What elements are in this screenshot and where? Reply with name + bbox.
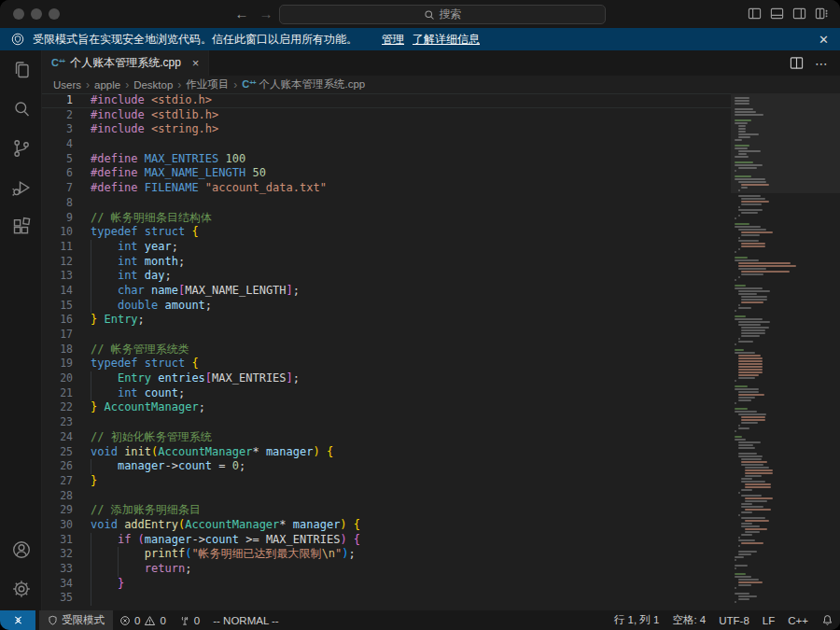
code-line[interactable]: 10typedef struct { [42,225,731,240]
sidebar-item-run-and-debug[interactable] [0,168,42,207]
code-line[interactable]: 12 int month; [42,255,731,270]
traffic-light-minimize[interactable] [31,8,42,20]
notifications-bell[interactable] [815,610,840,630]
code-line[interactable]: 31 if (manager->count >= MAX_ENTRIES) { [42,533,731,548]
manage-link[interactable]: 管理 [382,32,404,48]
command-center-search[interactable]: 搜索 [279,5,606,24]
code-line[interactable]: 33 return; [42,562,731,577]
code-line[interactable]: 29// 添加账务明细条目 [42,503,731,518]
more-actions-icon[interactable]: ⋯ [815,56,829,71]
toggle-primary-sidebar-icon[interactable] [748,7,762,21]
minimap-row [738,355,761,357]
shield-icon [48,615,58,625]
code-line[interactable]: 16} Entry; [42,313,731,328]
line-number: 2 [42,108,73,123]
manage-button[interactable] [0,569,42,609]
code-line[interactable]: 27} [42,474,731,489]
eol-status[interactable]: LF [756,610,781,630]
code-line[interactable]: 35 [42,591,731,606]
breadcrumb-item[interactable]: apple [94,79,120,91]
code-line[interactable]: 3#include <string.h> [42,122,731,137]
minimap-row [738,453,757,455]
code-line[interactable]: 19typedef struct { [42,357,731,371]
code-line[interactable]: 26 manager->count = 0; [42,459,731,474]
code-line[interactable]: 9// 帐务明细条目结构体 [42,211,731,226]
code-line[interactable]: 17 [42,328,731,343]
tab-file[interactable]: C++ 个人账本管理系统.cpp × [42,50,209,76]
problems-status[interactable]: 0 0 [113,610,173,630]
minimap-row [738,341,753,343]
code-line[interactable]: 30void addEntry(AccountManager* manager)… [42,518,731,533]
split-editor-icon[interactable] [790,56,804,70]
minimap-row [738,427,749,429]
line-number: 11 [42,240,73,255]
minimap-row [735,217,736,219]
code-line[interactable]: 4 [42,137,731,152]
customize-layout-icon[interactable] [815,7,829,21]
minimap-row [741,542,763,544]
code-line[interactable]: 15 double amount; [42,299,731,314]
breadcrumb-item[interactable]: Users [53,79,81,91]
accounts-button[interactable] [0,530,42,569]
code-line[interactable]: 8 [42,196,731,211]
minimap-row [738,338,740,340]
minimap-row [741,511,752,513]
banner-close-icon[interactable]: ✕ [819,33,829,47]
code-line[interactable]: 28 [42,489,731,504]
code-line[interactable]: 18// 帐务管理系统类 [42,343,731,357]
minimap-row [735,567,736,569]
code-line[interactable]: 14 char name[MAX_NAME_LENGTH]; [42,284,731,299]
code-line[interactable]: 23 [42,415,731,430]
code-line[interactable]: 7#define FILENAME "account_data.txt" [42,181,731,196]
traffic-light-zoom[interactable] [49,8,60,20]
toggle-panel-icon[interactable] [770,7,784,21]
encoding-status[interactable]: UTF-8 [712,610,756,630]
code-line[interactable]: 2#include <stdlib.h> [42,108,731,123]
minimap-slider[interactable] [731,93,840,193]
code-line[interactable]: 1#include <stdio.h> [42,93,731,108]
line-number: 20 [42,371,73,386]
sidebar-item-extensions[interactable] [0,207,42,246]
line-number: 16 [42,313,73,328]
restricted-mode-status[interactable]: 受限模式 [39,610,113,630]
nav-back-button[interactable]: ← [231,4,252,24]
vim-mode-status[interactable]: -- NORMAL -- [206,610,285,630]
minimap-row [741,419,765,421]
nav-forward-button[interactable]: → [256,4,276,24]
sidebar-item-search[interactable] [0,90,42,129]
minimap[interactable] [731,93,840,610]
tab-close-icon[interactable]: × [192,56,200,70]
minimap-row [741,212,758,214]
remote-indicator[interactable] [0,610,35,630]
sidebar-item-explorer[interactable] [0,50,42,90]
ports-status[interactable]: 0 [173,610,206,630]
cursor-position-status[interactable]: 行 1, 列 1 [608,610,666,630]
traffic-light-close[interactable] [13,8,24,20]
code-line[interactable]: 32 printf("帐务明细已达到最大限制\n"); [42,547,731,562]
code-line[interactable]: 24// 初始化帐务管理系统 [42,430,731,445]
learn-more-link[interactable]: 了解详细信息 [413,32,480,48]
breadcrumb-item[interactable]: Desktop [133,79,173,91]
minimap-row [741,464,763,466]
breadcrumb-item[interactable]: C++个人账本管理系统.cpp [242,77,365,91]
minimap-row [738,229,766,231]
sidebar-item-source-control[interactable] [0,129,42,168]
minimap-row [735,559,736,561]
breadcrumb-item[interactable]: 作业项目 [186,77,229,91]
code-line[interactable]: 11 int year; [42,240,731,255]
language-mode-status[interactable]: C++ [781,610,815,630]
toggle-secondary-sidebar-icon[interactable] [792,7,806,21]
code-line[interactable]: 13 int day; [42,269,731,284]
code-line[interactable]: 22} AccountManager; [42,400,731,415]
code-line[interactable]: 20 Entry entries[MAX_ENTRIES]; [42,371,731,386]
minimap-row [741,478,752,480]
code-line[interactable]: 5#define MAX_ENTRIES 100 [42,152,731,167]
code-line[interactable]: 34 } [42,577,731,592]
code-line[interactable]: 6#define MAX_NAME_LENGTH 50 [42,166,731,181]
indentation-status[interactable]: 空格: 4 [665,610,712,630]
minimap-row [741,503,752,505]
code-line[interactable]: 25void init(AccountManager* manager) { [42,445,731,460]
minimap-row [738,363,763,365]
warnings-count: 0 [160,615,165,626]
code-line[interactable]: 21 int count; [42,386,731,401]
